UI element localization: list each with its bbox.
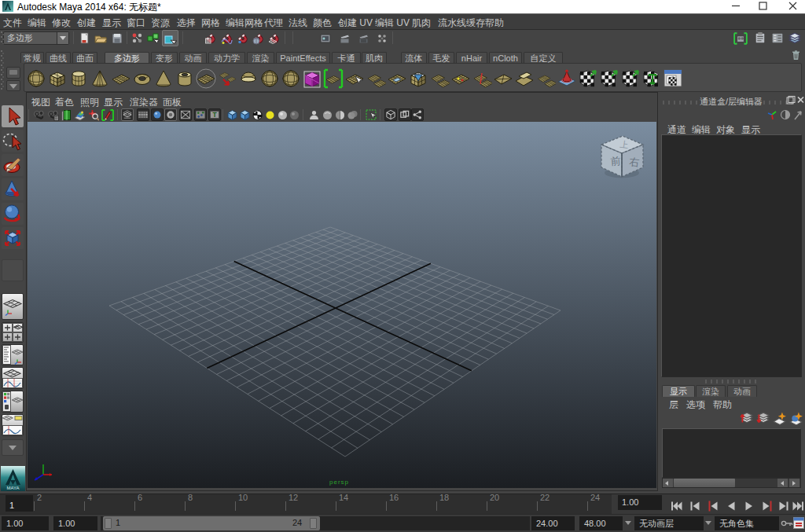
svg-text:右: 右 (629, 156, 640, 168)
svg-text:前: 前 (610, 155, 621, 167)
svg-text:上: 上 (619, 139, 630, 149)
svg-text:MAYA: MAYA (6, 486, 19, 490)
svg-text:T: T (212, 111, 217, 119)
